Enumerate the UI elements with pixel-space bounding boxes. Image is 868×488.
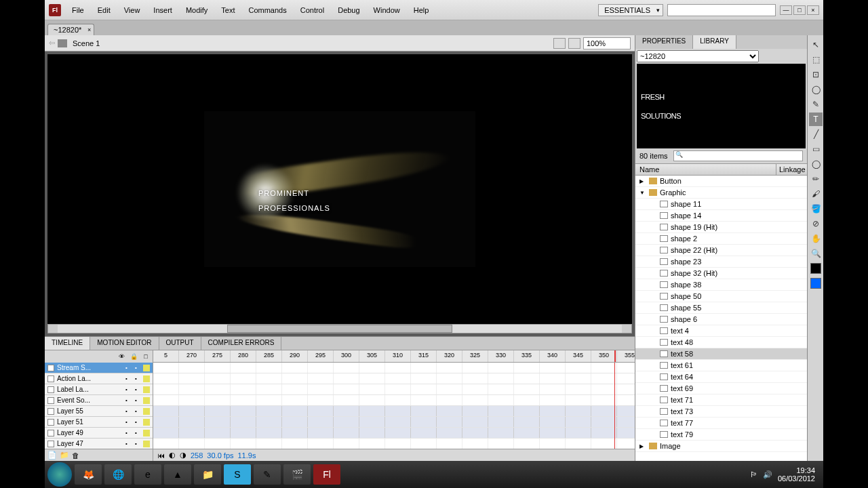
tab-timeline[interactable]: TIMELINE — [45, 337, 90, 350]
visibility-dot[interactable]: • — [125, 408, 131, 414]
tool-button[interactable]: ▭ — [809, 142, 823, 156]
disclosure-icon[interactable]: ▶ — [639, 443, 646, 449]
layer-row[interactable]: Stream S...•• — [45, 363, 153, 373]
tool-button[interactable]: ⊡ — [809, 68, 823, 81]
taskbar-chrome-icon[interactable]: 🌐 — [104, 464, 132, 485]
frame-row[interactable] — [153, 384, 635, 395]
visibility-dot[interactable]: • — [125, 419, 131, 425]
frame-area[interactable] — [153, 363, 635, 449]
library-item[interactable]: shape 19 (Hit) — [635, 222, 807, 233]
layer-row[interactable]: Layer 51•• — [45, 417, 153, 428]
taskbar-ie-icon[interactable]: e — [134, 464, 161, 485]
visibility-dot[interactable]: • — [125, 365, 131, 371]
library-item[interactable]: shape 6 — [635, 314, 807, 325]
library-item[interactable]: shape 38 — [635, 279, 807, 291]
layer-row[interactable]: Event So...•• — [45, 395, 153, 406]
lock-dot[interactable]: • — [135, 397, 140, 403]
new-folder-button[interactable]: 📁 — [60, 451, 69, 460]
taskbar-vlc-icon[interactable]: ▲ — [164, 464, 191, 485]
layer-row[interactable]: Layer 47•• — [45, 439, 153, 449]
layer-row[interactable]: Layer 55•• — [45, 406, 153, 417]
library-item[interactable]: text 73 — [635, 406, 807, 418]
zoom-select[interactable] — [583, 37, 631, 49]
menu-view[interactable]: View — [117, 3, 147, 18]
tab-properties[interactable]: PROPERTIES — [635, 35, 693, 49]
tray-flag-icon[interactable]: 🏳 — [750, 470, 757, 479]
menu-debug[interactable]: Debug — [331, 3, 366, 18]
layer-color[interactable] — [143, 375, 150, 382]
library-item[interactable]: text 61 — [635, 360, 807, 371]
layer-color[interactable] — [143, 386, 150, 393]
close-icon[interactable]: × — [87, 26, 91, 33]
new-layer-button[interactable]: 📄 — [47, 451, 57, 460]
visibility-dot[interactable]: • — [125, 430, 131, 436]
taskbar-skype-icon[interactable]: S — [224, 464, 251, 485]
library-item[interactable]: shape 11 — [635, 199, 807, 210]
lock-dot[interactable]: • — [135, 375, 140, 382]
scene-name[interactable]: Scene 1 — [70, 39, 102, 47]
search-input[interactable] — [667, 4, 776, 16]
lock-dot[interactable]: • — [135, 408, 140, 414]
tab-output[interactable]: OUTPUT — [159, 337, 201, 350]
stage[interactable]: PROMINENT PROFESSIONALS — [47, 54, 632, 324]
taskbar-app-icon[interactable]: 🎬 — [283, 464, 311, 485]
tool-button[interactable]: 🖌 — [809, 187, 823, 201]
playhead[interactable] — [614, 363, 615, 449]
tool-button[interactable]: 🪣 — [809, 202, 823, 216]
layer-color[interactable] — [143, 419, 150, 426]
menu-control[interactable]: Control — [294, 3, 331, 18]
frame-row[interactable] — [153, 406, 635, 417]
menu-commands[interactable]: Commands — [241, 3, 293, 18]
layer-color[interactable] — [143, 408, 150, 415]
name-column[interactable]: Name — [635, 164, 776, 175]
library-item[interactable]: text 4 — [635, 325, 807, 337]
frame-row[interactable] — [153, 439, 635, 449]
tool-button[interactable]: ⊘ — [809, 217, 823, 230]
maximize-button[interactable]: □ — [793, 5, 806, 15]
tool-button[interactable]: ✋ — [809, 232, 823, 245]
tab-compiler-errors[interactable]: COMPILER ERRORS — [201, 337, 282, 350]
menu-window[interactable]: Window — [367, 3, 407, 18]
layer-row[interactable]: Layer 49•• — [45, 428, 153, 439]
start-button[interactable] — [47, 462, 72, 487]
frame-row[interactable] — [153, 395, 635, 406]
taskbar-firefox-icon[interactable]: 🦊 — [75, 464, 102, 485]
frame-row[interactable] — [153, 428, 635, 439]
visibility-dot[interactable]: • — [125, 375, 131, 382]
library-item[interactable]: ▼Graphic — [635, 187, 807, 199]
eye-icon[interactable]: 👁 — [117, 353, 125, 360]
visibility-dot[interactable]: • — [125, 397, 131, 403]
library-item[interactable]: shape 50 — [635, 291, 807, 302]
disclosure-icon[interactable]: ▶ — [639, 178, 646, 184]
library-item[interactable]: text 77 — [635, 418, 807, 429]
library-item[interactable]: ▶Button — [635, 176, 807, 187]
frame-row[interactable] — [153, 417, 635, 428]
onion-icon[interactable]: ◐ — [169, 451, 176, 460]
frame-row[interactable] — [153, 373, 635, 384]
taskbar-app-icon[interactable]: ✎ — [254, 464, 281, 485]
edit-scene-button[interactable] — [553, 38, 566, 49]
visibility-dot[interactable]: • — [125, 386, 131, 392]
lock-dot[interactable]: • — [135, 441, 140, 447]
visibility-dot[interactable]: • — [125, 441, 131, 447]
menu-help[interactable]: Help — [407, 3, 436, 18]
timeline-ruler[interactable]: 5270275280285290295300305310315320325330… — [153, 350, 635, 363]
library-doc-select[interactable]: ~12820 — [637, 50, 759, 62]
layer-color[interactable] — [143, 365, 150, 371]
library-item[interactable]: shape 14 — [635, 210, 807, 222]
tab-library[interactable]: LIBRARY — [693, 35, 736, 49]
frame-row[interactable] — [153, 363, 635, 373]
tab-motion-editor[interactable]: MOTION EDITOR — [90, 337, 159, 350]
delete-layer-button[interactable]: 🗑 — [72, 451, 79, 460]
tool-button[interactable]: ⬚ — [809, 53, 823, 66]
rewind-icon[interactable]: ⏮ — [157, 451, 165, 460]
menu-insert[interactable]: Insert — [146, 3, 179, 18]
tool-button[interactable]: ◯ — [809, 157, 823, 171]
scroll-left-icon[interactable] — [48, 325, 58, 333]
tray-volume-icon[interactable]: 🔊 — [763, 470, 772, 479]
library-item[interactable]: shape 23 — [635, 256, 807, 268]
tool-button[interactable]: ◯ — [809, 83, 823, 96]
tool-button[interactable]: ✏ — [809, 172, 823, 186]
workspace-switcher[interactable]: ESSENTIALS — [598, 4, 663, 16]
library-item[interactable]: shape 32 (Hit) — [635, 268, 807, 279]
